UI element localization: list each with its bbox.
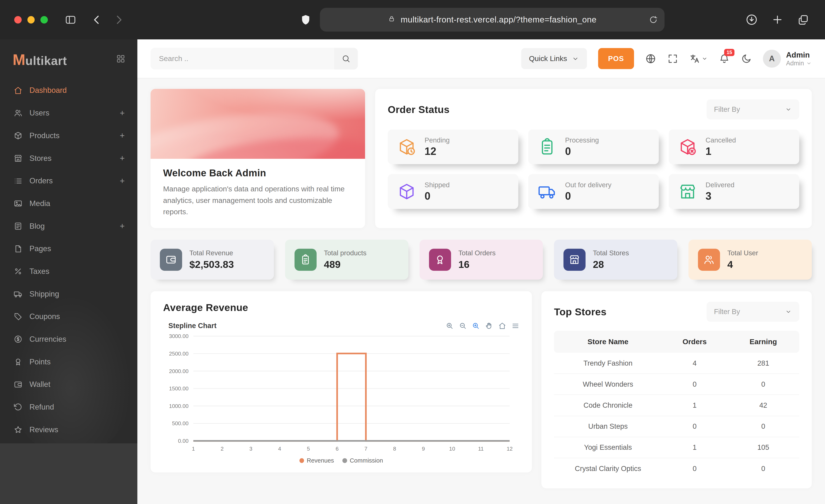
home-icon	[14, 86, 22, 95]
expand-plus-icon[interactable]: +	[120, 108, 125, 118]
sidebar-item-shipping[interactable]: Shipping	[0, 283, 137, 306]
svg-text:2500.00: 2500.00	[169, 351, 189, 357]
lock-icon	[388, 15, 395, 24]
sidebar-item-dashboard[interactable]: Dashboard	[0, 79, 137, 102]
sidebar-item-stores[interactable]: Stores+	[0, 147, 137, 170]
stat-card-total-revenue: Total Revenue$2,503.83	[151, 240, 274, 280]
svg-text:8: 8	[393, 446, 396, 452]
search-icon	[342, 54, 351, 63]
search-button[interactable]	[334, 48, 358, 70]
minimize-window-button[interactable]	[27, 16, 35, 23]
close-window-button[interactable]	[14, 16, 22, 23]
reload-icon[interactable]	[649, 15, 658, 24]
sidebar-item-orders[interactable]: Orders+	[0, 170, 137, 192]
search-input[interactable]	[151, 48, 334, 70]
translate-icon[interactable]	[689, 53, 707, 64]
svg-text:2000.00: 2000.00	[169, 368, 189, 374]
expand-plus-icon[interactable]: +	[120, 176, 125, 186]
sidebar-item-wallet[interactable]: Wallet	[0, 373, 137, 396]
award-icon	[14, 357, 22, 366]
sidebar-item-points[interactable]: Points	[0, 351, 137, 373]
chart-menu-icon[interactable]	[512, 322, 519, 330]
user-menu[interactable]: A Admin Admin	[763, 50, 812, 68]
svg-text:5: 5	[307, 446, 310, 452]
stat-card-total-user: Total User4	[688, 240, 812, 280]
sidebar-item-pages[interactable]: Pages	[0, 237, 137, 260]
delivery-truck-icon	[538, 182, 557, 201]
status-tile-cancelled: Cancelled1	[669, 130, 799, 164]
stepline-chart[interactable]: 0.00500.001000.001500.002000.002500.0030…	[163, 331, 519, 456]
chevron-down-icon	[785, 308, 792, 315]
sidebar-item-coupons[interactable]: Coupons	[0, 306, 137, 328]
sidebar-item-taxes[interactable]: Taxes	[0, 260, 137, 283]
average-revenue-card: Average Revenue Stepline Chart 0.00500.0	[151, 291, 532, 473]
top-stores-table: Store Name Orders Earning Trendy Fashion…	[554, 331, 799, 479]
legend-item-revenues[interactable]: Revenues	[299, 457, 334, 464]
new-tab-icon[interactable]	[771, 14, 783, 26]
logo-m-glyph: M	[13, 51, 25, 68]
dark-mode-moon-icon[interactable]	[741, 53, 752, 64]
chart-toolbar	[446, 322, 519, 330]
address-bar[interactable]: multikart-front-rest.vercel.app/?theme=f…	[320, 8, 665, 31]
status-tile-out-for-delivery: Out for delivery0	[528, 174, 659, 209]
zoom-window-button[interactable]	[41, 16, 48, 23]
star-icon	[14, 425, 22, 434]
notifications-bell-icon[interactable]: 15	[719, 53, 730, 64]
user-role: Admin	[786, 60, 804, 67]
chart-legend: Revenues Commission	[163, 457, 519, 464]
url-text: multikart-front-rest.vercel.app/?theme=f…	[401, 15, 597, 24]
zoom-in-icon[interactable]	[446, 322, 454, 330]
list-icon	[14, 176, 22, 185]
quick-links-dropdown[interactable]: Quick Links	[521, 48, 587, 69]
sidebar-item-refund[interactable]: Refund	[0, 396, 137, 418]
stat-card-total-stores: Total Stores28	[554, 240, 677, 280]
tag-icon	[14, 312, 22, 321]
privacy-shield-icon[interactable]	[300, 14, 311, 25]
svg-text:1500.00: 1500.00	[169, 386, 189, 392]
tab-overview-icon[interactable]	[797, 14, 809, 26]
status-tile-shipped: Shipped0	[388, 174, 518, 209]
column-header-store-name: Store Name	[554, 331, 662, 353]
sidebar-item-media[interactable]: Media	[0, 192, 137, 215]
svg-text:1000.00: 1000.00	[169, 403, 189, 409]
store-icon	[14, 154, 22, 163]
selection-zoom-icon[interactable]	[472, 322, 480, 330]
zoom-out-icon[interactable]	[459, 322, 467, 330]
top-stores-filter-select[interactable]: Filter By	[706, 302, 799, 322]
expand-plus-icon[interactable]: +	[120, 131, 125, 141]
sidebar-item-currencies[interactable]: Currencies	[0, 328, 137, 351]
sidebar-item-users[interactable]: Users+	[0, 102, 137, 124]
search-box	[151, 48, 358, 70]
apps-grid-icon[interactable]	[116, 54, 126, 66]
language-globe-icon[interactable]	[645, 53, 656, 64]
browser-forward-button[interactable]	[113, 14, 125, 25]
fullscreen-icon[interactable]	[667, 53, 678, 64]
users-icon	[698, 249, 720, 271]
sidebar-bottom-strip	[0, 443, 137, 504]
svg-text:2: 2	[221, 446, 224, 452]
app-window: Multikart Dashboard Users+ Products+ Sto…	[0, 39, 825, 504]
svg-text:12: 12	[507, 446, 513, 452]
sidebar-item-products[interactable]: Products+	[0, 124, 137, 147]
pages-icon	[14, 244, 22, 253]
expand-plus-icon[interactable]: +	[120, 221, 125, 231]
brand-logo[interactable]: Multikart	[13, 52, 67, 68]
browser-back-button[interactable]	[91, 14, 102, 25]
svg-text:7: 7	[364, 446, 367, 452]
expand-plus-icon[interactable]: +	[120, 153, 125, 163]
sidebar-item-reviews[interactable]: Reviews	[0, 418, 137, 441]
toggle-sidebar-icon[interactable]	[65, 14, 76, 25]
media-icon	[14, 199, 22, 208]
sidebar-item-blog[interactable]: Blog+	[0, 215, 137, 238]
reset-zoom-home-icon[interactable]	[498, 322, 506, 330]
sidebar-menu: Dashboard Users+ Products+ Stores+ Order…	[0, 79, 137, 441]
table-row: Crystal Clarity Optics00	[554, 458, 799, 479]
legend-item-commission[interactable]: Commission	[343, 457, 383, 464]
pan-hand-icon[interactable]	[485, 322, 493, 330]
pos-button[interactable]: POS	[598, 48, 634, 69]
status-tile-pending: Pending12	[388, 130, 518, 164]
truck-icon	[14, 289, 22, 299]
shipped-cube-icon	[397, 182, 416, 201]
downloads-icon[interactable]	[746, 14, 758, 26]
order-status-filter-select[interactable]: Filter By	[706, 99, 799, 119]
